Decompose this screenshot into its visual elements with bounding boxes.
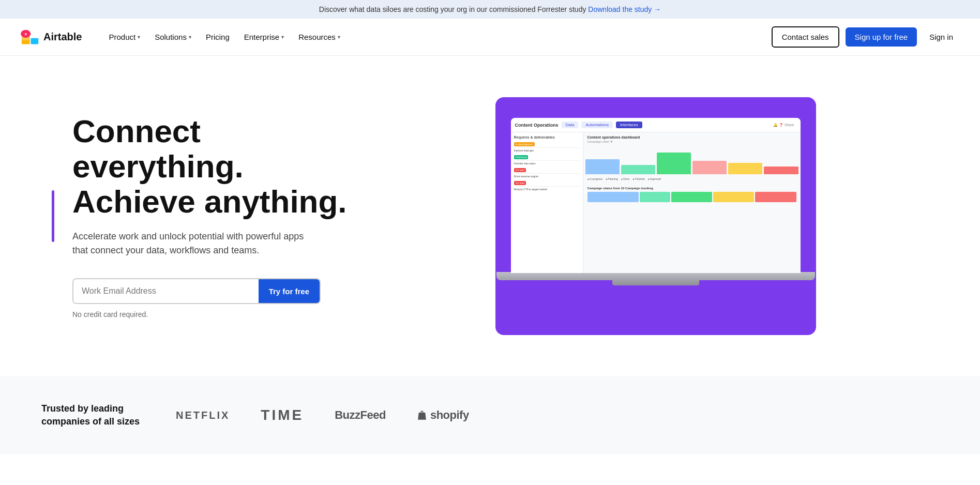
airtable-logo-icon: a bbox=[21, 28, 39, 47]
no-credit-card-text: No credit card required. bbox=[72, 310, 372, 319]
buzzfeed-logo: BuzzFeed bbox=[335, 408, 386, 422]
app-title: Content Operations bbox=[515, 123, 559, 128]
contact-sales-button[interactable]: Contact sales bbox=[772, 26, 839, 48]
bar-chart bbox=[583, 145, 801, 176]
app-tab-data[interactable]: Data bbox=[562, 122, 579, 128]
panel-header: Requires & deliverables bbox=[514, 135, 580, 139]
hero-text-block: Connect everything. Achieve anything. Ac… bbox=[62, 114, 372, 319]
campaign-bar bbox=[587, 192, 639, 202]
campaign-bars bbox=[587, 192, 796, 202]
row-text: Drive revenue engine bbox=[514, 174, 580, 180]
shopify-bag-icon bbox=[417, 410, 427, 421]
email-input[interactable] bbox=[73, 279, 259, 303]
resources-chevron-icon: ▾ bbox=[338, 34, 340, 40]
time-logo: TIME bbox=[261, 407, 304, 423]
campaign-bar bbox=[713, 192, 754, 202]
signin-button[interactable]: Sign in bbox=[923, 27, 959, 47]
bar-other bbox=[764, 166, 798, 174]
chart-title: Content operations dashboard bbox=[583, 132, 801, 140]
hero-content: Connect everything. Achieve anything. Ac… bbox=[62, 114, 372, 319]
campaign-bar bbox=[671, 192, 712, 202]
enterprise-chevron-icon: ▾ bbox=[281, 34, 284, 40]
hero-section: Connect everything. Achieve anything. Ac… bbox=[0, 56, 980, 376]
logo-text: Airtable bbox=[43, 31, 82, 43]
app-mockup: Content Operations Data Automations Inte… bbox=[511, 118, 801, 273]
bar-finished bbox=[692, 161, 727, 174]
campaign-bar bbox=[640, 192, 670, 202]
trusted-logos: NETFLIX TIME BuzzFeed shopify bbox=[176, 407, 939, 423]
shopify-logo: shopify bbox=[417, 408, 469, 422]
product-chevron-icon: ▾ bbox=[138, 34, 140, 40]
row-text: Activate new users bbox=[514, 161, 580, 167]
email-form: Try for free bbox=[72, 278, 321, 304]
status-badge-hold: On hold bbox=[514, 168, 526, 172]
bar-approved bbox=[728, 163, 762, 174]
bar-done bbox=[657, 153, 691, 174]
table-row: In development bbox=[514, 141, 580, 148]
solutions-chevron-icon: ▾ bbox=[189, 34, 191, 40]
laptop-container: Content Operations Data Automations Inte… bbox=[495, 97, 816, 335]
legend-item: ● Done bbox=[621, 177, 629, 180]
row-text: Reduce CTA to target market bbox=[514, 187, 580, 192]
app-left-panel: Requires & deliverables In development I… bbox=[511, 132, 583, 273]
top-banner: Discover what data siloes are costing yo… bbox=[0, 0, 980, 19]
legend-item: ● In progress bbox=[587, 177, 602, 180]
table-row: On hold bbox=[514, 167, 580, 174]
status-badge-pub: Published bbox=[514, 155, 529, 159]
banner-text: Discover what data siloes are costing yo… bbox=[319, 5, 586, 13]
legend-item: ● Planning bbox=[606, 177, 618, 180]
table-row: On hold bbox=[514, 180, 580, 187]
navbar: a Airtable Product ▾ Solutions ▾ Pricing… bbox=[0, 19, 980, 56]
nav-actions: Contact sales Sign up for free Sign in bbox=[772, 26, 959, 48]
chart-subtitle: Campaign chart ▼ bbox=[583, 140, 801, 145]
nav-resources[interactable]: Resources ▾ bbox=[292, 28, 346, 46]
try-for-free-button[interactable]: Try for free bbox=[259, 279, 320, 303]
laptop-stand bbox=[612, 280, 699, 285]
table-row: Published bbox=[514, 154, 580, 161]
chart-legend: ● In progress ● Planning ● Done ● Finish… bbox=[583, 176, 801, 181]
app-tab-interfaces[interactable]: Interfaces bbox=[616, 122, 642, 128]
campaign-bar bbox=[755, 192, 796, 202]
status-badge-dev: In development bbox=[514, 142, 535, 146]
nav-enterprise[interactable]: Enterprise ▾ bbox=[238, 28, 290, 46]
logo[interactable]: a Airtable bbox=[21, 28, 82, 47]
laptop-base bbox=[496, 272, 815, 280]
campaign-title: Campaign status from 10 Campaign trackin… bbox=[587, 187, 796, 190]
campaign-status: Campaign status from 10 Campaign trackin… bbox=[583, 184, 801, 205]
trusted-text: Trusted by leading companies of all size… bbox=[41, 402, 145, 428]
bar-planning bbox=[621, 165, 655, 174]
status-badge-hold2: On hold bbox=[514, 181, 526, 185]
hero-title: Connect everything. Achieve anything. bbox=[72, 114, 372, 220]
app-tab-automations[interactable]: Automations bbox=[581, 122, 612, 128]
laptop-screen: Content Operations Data Automations Inte… bbox=[511, 118, 801, 273]
hero-subtitle: Accelerate work and unlock potential wit… bbox=[72, 230, 321, 257]
bar-in-progress bbox=[585, 159, 620, 174]
hero-accent-bar bbox=[52, 190, 54, 242]
row-text: Improve lead gen bbox=[514, 148, 580, 154]
legend-item: ● Approved bbox=[647, 177, 661, 180]
nav-links: Product ▾ Solutions ▾ Pricing Enterprise… bbox=[102, 28, 771, 46]
app-notifications: 🔔 ❓ Share bbox=[773, 123, 794, 127]
nav-product[interactable]: Product ▾ bbox=[102, 28, 146, 46]
app-right-panel: Content operations dashboard Campaign ch… bbox=[583, 132, 801, 273]
trusted-section: Trusted by leading companies of all size… bbox=[0, 376, 980, 454]
app-header: Content Operations Data Automations Inte… bbox=[511, 118, 801, 132]
banner-link[interactable]: Download the study → bbox=[588, 5, 661, 13]
app-body: Requires & deliverables In development I… bbox=[511, 132, 801, 273]
netflix-logo: NETFLIX bbox=[176, 410, 230, 421]
legend-item: ● Finished bbox=[632, 177, 644, 180]
nav-solutions[interactable]: Solutions ▾ bbox=[148, 28, 198, 46]
nav-pricing[interactable]: Pricing bbox=[200, 28, 236, 46]
hero-image: Content Operations Data Automations Inte… bbox=[372, 97, 939, 335]
signup-button[interactable]: Sign up for free bbox=[846, 27, 917, 47]
svg-rect-2 bbox=[31, 38, 38, 44]
